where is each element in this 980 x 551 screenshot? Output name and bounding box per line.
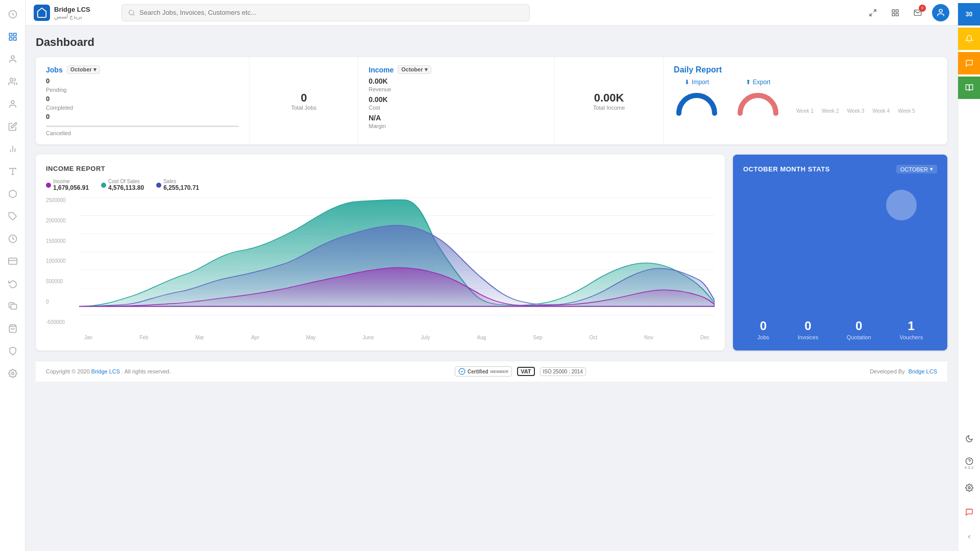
completed-value: 0 bbox=[46, 95, 61, 103]
nav-text-icon[interactable] bbox=[4, 162, 22, 181]
completed-label: Completed bbox=[46, 105, 239, 111]
rs-chat-icon[interactable] bbox=[958, 501, 981, 523]
oct-invoices: 0 Invoices bbox=[798, 319, 818, 340]
oct-chart-area bbox=[743, 180, 937, 313]
nav-user-icon[interactable] bbox=[4, 50, 22, 68]
topbar: Bridge LCS بريدج لسس 0 bbox=[26, 0, 958, 26]
search-input[interactable] bbox=[139, 9, 523, 16]
logo-area: Bridge LCS بريدج لسس bbox=[34, 5, 115, 21]
footer-developed-by: Developed By Bridge LCS bbox=[870, 368, 937, 374]
grid-icon[interactable] bbox=[887, 5, 903, 21]
x-axis: Jan Feb Mar Apr May June July Aug Sep Oc… bbox=[79, 333, 715, 340]
cancelled-value: 0 bbox=[46, 113, 61, 120]
oct-stats-title: OCTOBER MONTH STATS bbox=[743, 165, 830, 173]
sales-legend-val: 6,255,170.71 bbox=[163, 184, 199, 191]
logo-text: Bridge LCS بريدج لسس bbox=[54, 6, 90, 20]
rs-book-icon bbox=[965, 84, 973, 92]
nav-clock-icon[interactable] bbox=[4, 230, 22, 248]
cos-legend-label: Cost Of Sales bbox=[108, 179, 144, 184]
nav-person-icon[interactable] bbox=[4, 95, 22, 113]
oct-quotation-value: 0 bbox=[855, 319, 862, 333]
oct-quotation-label: Quotation bbox=[847, 334, 871, 340]
oct-vouchers-value: 1 bbox=[908, 319, 915, 333]
rs-orange-item[interactable] bbox=[958, 52, 981, 74]
total-income-card: 0.00K Total Income bbox=[555, 57, 664, 144]
svg-line-20 bbox=[133, 14, 135, 15]
nav-settings-icon[interactable] bbox=[4, 364, 22, 383]
rs-expand-icon[interactable] bbox=[958, 525, 981, 548]
svg-point-18 bbox=[11, 372, 14, 375]
import-btn[interactable]: ⬇ Import bbox=[684, 79, 709, 86]
rs-bell-icon bbox=[965, 35, 973, 43]
rs-moon-icon[interactable] bbox=[958, 428, 981, 450]
rs-settings-icon[interactable] bbox=[958, 477, 981, 499]
mail-icon[interactable]: 0 bbox=[910, 5, 926, 21]
rs-green-item[interactable] bbox=[958, 77, 981, 99]
expand-icon[interactable] bbox=[865, 5, 881, 21]
pending-value: 0 bbox=[46, 77, 61, 85]
nav-dashboard-icon[interactable] bbox=[4, 28, 22, 46]
nav-chart-icon[interactable] bbox=[4, 140, 22, 158]
footer-center: Certified MEMBER VAT ISO 25000 : 2014 bbox=[455, 366, 586, 377]
income-month[interactable]: October ▾ bbox=[398, 65, 431, 74]
income-report-card: INCOME REPORT Income 1,679,056.91 Cost O… bbox=[36, 155, 725, 350]
cost-label: Cost bbox=[369, 105, 544, 111]
svg-rect-15 bbox=[8, 258, 17, 264]
nav-refresh-icon[interactable] bbox=[4, 274, 22, 293]
svg-rect-23 bbox=[892, 10, 895, 12]
footer-copyright: Copyright © 2020 Bridge LCS . All rights… bbox=[46, 368, 171, 374]
week4-label: Week 4 bbox=[872, 108, 890, 114]
total-jobs-card: 0 Total Jobs bbox=[250, 57, 358, 144]
income-legend-label: Income bbox=[53, 179, 89, 184]
export-gauge: 4-7 bbox=[735, 88, 781, 116]
jobs-label: Jobs bbox=[46, 66, 63, 74]
nav-card-icon[interactable] bbox=[4, 252, 22, 270]
rs-help-icon[interactable]: 4.3.2 bbox=[958, 452, 981, 474]
sales-legend-label: Sales bbox=[163, 179, 199, 184]
footer-company-link[interactable]: Bridge LCS bbox=[91, 368, 120, 374]
cos-dot bbox=[101, 183, 106, 188]
logo-image bbox=[34, 5, 50, 21]
user-avatar[interactable] bbox=[932, 4, 949, 21]
footer-dev-link[interactable]: Bridge LCS bbox=[909, 368, 937, 374]
jobs-title: Jobs October ▾ bbox=[46, 65, 239, 74]
bottom-section: INCOME REPORT Income 1,679,056.91 Cost O… bbox=[36, 155, 947, 350]
mail-badge: 0 bbox=[919, 5, 926, 12]
rs-number: 30 bbox=[966, 11, 972, 18]
oct-quotation: 0 Quotation bbox=[847, 319, 871, 340]
cancelled-label: Cancelled bbox=[46, 130, 239, 136]
rs-version: 4.3.2 bbox=[965, 465, 974, 470]
legend-income: Income 1,679,056.91 bbox=[46, 179, 89, 191]
total-jobs-label: Total Jobs bbox=[291, 105, 317, 111]
oct-month-badge[interactable]: OCTOBER ▾ bbox=[896, 165, 937, 173]
search-bar[interactable] bbox=[121, 4, 530, 21]
rs-message-icon bbox=[965, 59, 973, 67]
total-income-value: 0.00K bbox=[594, 91, 624, 105]
daily-report-card: Daily Report ⬇ Import 0-3 bbox=[664, 57, 947, 144]
nav-puzzle-icon[interactable] bbox=[4, 297, 22, 315]
svg-rect-4 bbox=[13, 38, 16, 40]
svg-rect-24 bbox=[896, 10, 898, 12]
nav-shield-icon[interactable] bbox=[4, 342, 22, 360]
nav-home-icon[interactable] bbox=[4, 5, 22, 23]
rs-yellow-item[interactable] bbox=[958, 28, 981, 50]
cost-value: 0.00K bbox=[369, 95, 544, 104]
jobs-month[interactable]: October ▾ bbox=[67, 65, 100, 74]
nav-box-icon[interactable] bbox=[4, 185, 22, 203]
svg-point-6 bbox=[10, 78, 13, 81]
export-btn[interactable]: ⬆ Export bbox=[746, 79, 771, 86]
nav-tag-icon[interactable] bbox=[4, 207, 22, 226]
rs-num-item[interactable]: 30 bbox=[958, 3, 981, 26]
nav-shop-icon[interactable] bbox=[4, 319, 22, 338]
margin-value: N/A bbox=[369, 114, 544, 122]
chart-svg-wrap bbox=[79, 197, 715, 325]
nav-users-icon[interactable] bbox=[4, 72, 22, 91]
svg-line-21 bbox=[873, 10, 876, 12]
right-sidebar: 30 4.3.2 bbox=[958, 0, 980, 551]
certified-badge: Certified MEMBER bbox=[455, 366, 512, 377]
nav-edit-icon[interactable] bbox=[4, 117, 22, 136]
svg-rect-25 bbox=[892, 13, 895, 16]
total-income-label: Total Income bbox=[593, 105, 625, 111]
topbar-right: 0 bbox=[865, 4, 949, 21]
page-title: Dashboard bbox=[36, 36, 947, 49]
